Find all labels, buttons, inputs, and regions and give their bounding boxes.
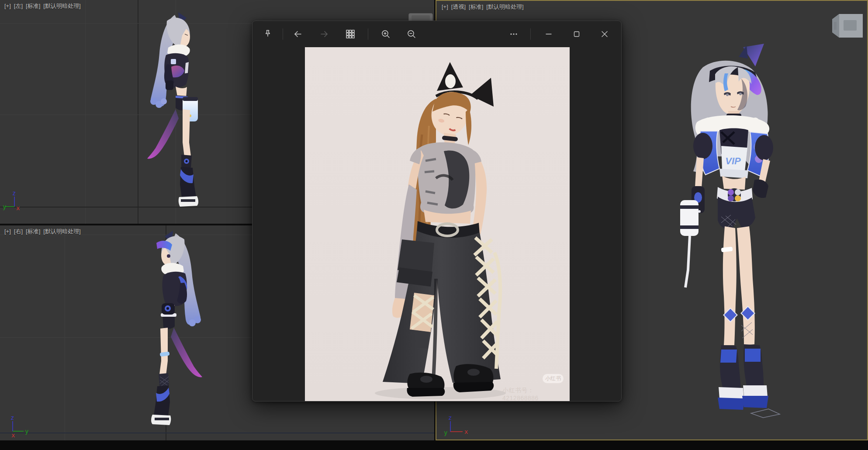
zoom-out-icon[interactable] — [403, 25, 420, 43]
axis-y-label: y — [444, 429, 447, 436]
forward-icon[interactable] — [315, 25, 333, 43]
photo-display-area: 小红书 小红书号：4212868886 — [252, 47, 622, 401]
grid-axis-line — [138, 0, 138, 224]
axis-z-label: z — [12, 190, 16, 197]
timeline-strip — [0, 440, 868, 450]
watermark-id: 小红书号：4212868886 — [502, 387, 570, 401]
axis-gizmo: z y x — [442, 414, 468, 439]
photo-viewer-window[interactable]: 小红书 小红书号：4212868886 — [252, 21, 622, 402]
desktop: [+][左][标准][默认明暗处理] — [0, 0, 868, 450]
vp-menu-standard[interactable]: [标准] — [26, 228, 40, 235]
axis-y-label: y — [3, 203, 6, 210]
grid-line — [65, 225, 65, 440]
vp-menu-shading[interactable]: [默认明暗处理] — [486, 3, 523, 10]
axis-x-label: x — [11, 432, 15, 439]
back-icon[interactable] — [289, 25, 307, 43]
model-right-view — [147, 226, 208, 440]
close-icon[interactable] — [595, 21, 615, 47]
vp-menu-view[interactable]: [右] — [14, 228, 23, 235]
vp-menu-plus[interactable]: [+] — [4, 3, 11, 9]
vp-menu-plus[interactable]: [+] — [4, 228, 11, 235]
model-perspective-view: VIP — [678, 43, 782, 421]
axis-z-label: z — [10, 414, 14, 421]
vp-menu-standard[interactable]: [标准] — [469, 3, 483, 10]
more-icon[interactable] — [505, 25, 522, 43]
axis-z-label: z — [448, 414, 452, 421]
grid-ground-line — [0, 433, 434, 433]
viewport-label-perspective[interactable]: [+][透视][标准][默认明暗处理] — [442, 3, 527, 11]
pin-icon[interactable] — [259, 25, 277, 43]
vp-menu-view[interactable]: [左] — [14, 3, 23, 9]
axis-x-label: x — [464, 428, 468, 435]
axis-gizmo: z y x — [6, 414, 32, 439]
axis-gizmo: z y x — [3, 190, 29, 214]
toolbar-divider — [283, 28, 283, 40]
view-cube[interactable] — [824, 10, 865, 43]
vp-menu-shading[interactable]: [默认明暗处理] — [43, 228, 80, 235]
reference-photo: 小红书 小红书号：4212868886 — [305, 47, 570, 401]
vp-menu-view[interactable]: [透视] — [451, 3, 466, 10]
maximize-icon[interactable] — [567, 21, 587, 47]
zoom-in-icon[interactable] — [377, 25, 394, 43]
viewport-label-right[interactable]: [+][右][标准][默认明暗处理] — [4, 227, 84, 235]
minimize-icon[interactable] — [539, 21, 559, 47]
hidden-window-tab[interactable] — [408, 13, 433, 21]
vip-chest-text: VIP — [725, 156, 741, 166]
grid-line — [85, 0, 86, 224]
photo-viewer-toolbar — [252, 21, 621, 47]
axis-y-label: y — [25, 428, 28, 435]
vp-menu-plus[interactable]: [+] — [442, 3, 448, 10]
vp-menu-standard[interactable]: [标准] — [26, 3, 40, 9]
watermark-badge: 小红书 — [543, 374, 564, 383]
axis-x-label: x — [16, 204, 20, 211]
model-left-view — [141, 11, 200, 210]
thumbnails-icon[interactable] — [342, 25, 359, 43]
viewport-label-left[interactable]: [+][左][标准][默认明暗处理] — [4, 2, 84, 10]
vp-menu-shading[interactable]: [默认明暗处理] — [43, 3, 80, 9]
toolbar-divider — [368, 28, 368, 40]
toolbar-divider — [530, 28, 531, 40]
